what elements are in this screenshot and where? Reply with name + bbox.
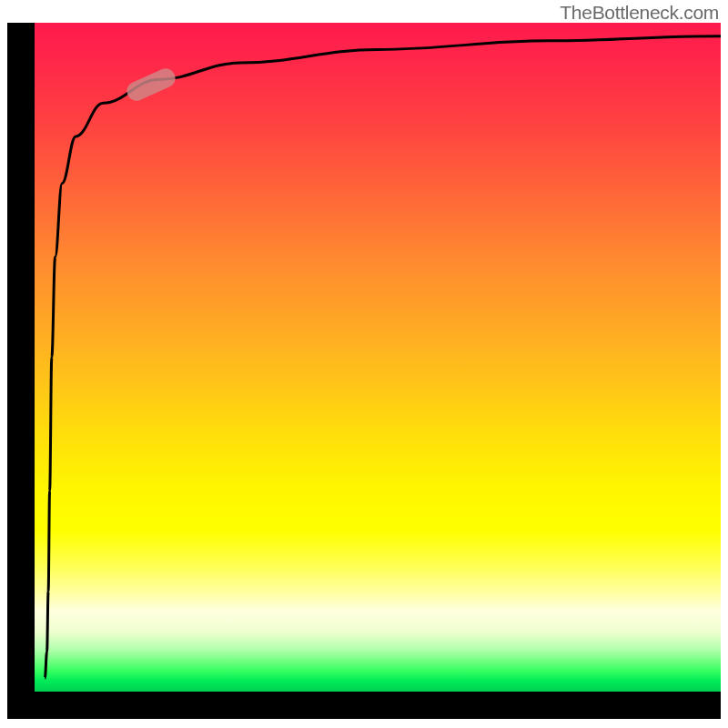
- curve-line: [35, 23, 721, 692]
- watermark-text: TheBottleneck.com: [560, 2, 719, 24]
- x-axis-bar: [7, 692, 721, 719]
- y-axis-bar: [7, 23, 35, 719]
- plot-area: [35, 23, 721, 692]
- curve-marker: [124, 66, 178, 104]
- chart-container: [7, 23, 721, 719]
